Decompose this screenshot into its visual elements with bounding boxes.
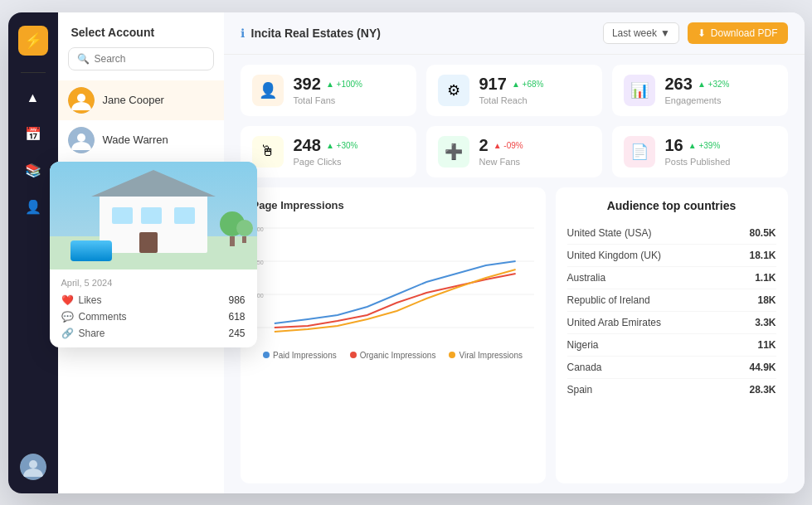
stat-change: ▲ +32% [698,80,730,89]
account-list-item[interactable]: Wade Warren [58,120,224,160]
stat-label: New Fans [479,157,523,167]
stat-icon: ⚙ [438,75,469,106]
stat-card: 📊 263 ▲ +32% Engagements [612,65,788,116]
chart-legend: Paid Impressions Organic Impressions Vir… [252,351,534,360]
chevron-down-icon: ▼ [660,27,670,39]
post-stat-value: 618 [228,311,245,323]
country-title: Audience top countries [567,199,776,212]
country-name: United Arab Emirates [567,317,661,328]
country-row: Spain 28.3K [567,379,776,401]
stats-grid: 👤 392 ▲ +100% Total Fans ⚙ 917 ▲ +68% To… [224,55,805,177]
country-row: United Kingdom (UK) 18.1K [567,245,776,267]
country-row: United State (USA) 80.5K [567,222,776,245]
header-actions: Last week ▼ ⬇ Download PDF [603,22,788,44]
country-value: 28.3K [749,384,776,396]
post-stat-icon: ❤️ [61,294,74,306]
stat-card: 📄 16 ▲ +39% Posts Published [612,126,788,177]
country-name: United Kingdom (UK) [567,250,661,261]
country-row: United Arab Emirates 3.3K [567,312,776,334]
country-card: Audience top countries United State (USA… [556,187,788,483]
sidebar-icon-library[interactable]: 📚 [18,156,48,186]
sidebar-icon-profile[interactable]: 👤 [18,192,48,222]
stat-label: Total Fans [294,95,362,105]
impressions-chart: 700 350 100 [252,220,534,344]
account-avatar [68,127,95,153]
download-pdf-button[interactable]: ⬇ Download PDF [688,22,788,44]
week-label: Last week [612,27,657,39]
main-content: ℹ Incita Real Estates (NY) Last week ▼ ⬇… [224,12,805,493]
account-list-item[interactable]: Jane Cooper [58,80,224,120]
country-value: 44.9K [749,362,776,373]
chart-title: Page Impressions [252,199,534,211]
svg-point-5 [77,134,85,142]
sidebar-icon-navigation[interactable]: ▲ [18,83,48,113]
chart-area: 700 350 100 [252,220,534,344]
post-stat-value: 245 [228,328,245,339]
search-input[interactable] [95,53,205,65]
svg-point-3 [77,94,85,102]
post-stat-row: 🔗 Share 245 [61,328,246,339]
country-name: Canada [567,362,602,373]
legend-dot [449,352,455,358]
stat-value: 392 ▲ +100% [294,75,362,94]
stat-info: 16 ▲ +39% Posts Published [665,136,731,167]
stat-label: Total Reach [479,95,544,105]
account-avatar [68,87,95,114]
stat-label: Page Clicks [294,157,358,167]
search-box[interactable]: 🔍 [68,47,214,70]
legend-dot [350,352,357,358]
country-list: United State (USA) 80.5K United Kingdom … [567,222,776,401]
legend-item: Viral Impressions [449,351,523,360]
stat-info: 248 ▲ +30% Page Clicks [294,136,358,167]
country-name: Spain [567,384,593,396]
stat-change: ▲ -09% [494,141,523,150]
stat-value: 2 ▲ -09% [479,136,523,155]
stat-icon: 📄 [624,136,655,168]
stat-info: 2 ▲ -09% New Fans [479,136,523,167]
svg-rect-31 [230,236,235,246]
country-value: 1.1K [755,272,776,284]
sidebar-logo[interactable]: ⚡ [18,26,48,56]
stat-value: 917 ▲ +68% [479,75,544,94]
stat-card: 👤 392 ▲ +100% Total Fans [241,65,416,116]
svg-rect-28 [139,232,158,253]
post-stat-icon: 🔗 [61,328,74,339]
download-label: Download PDF [711,27,778,39]
sidebar-divider [21,72,46,73]
country-row: Republic of Ireland 18K [567,289,776,312]
sidebar-user-avatar[interactable] [20,454,46,480]
legend-item: Organic Impressions [350,351,436,360]
svg-point-32 [236,220,253,236]
post-image [50,162,257,269]
page-title: Incita Real Estates (NY) [251,27,381,40]
bottom-section: Page Impressions 700 350 100 [224,177,805,493]
stat-info: 392 ▲ +100% Total Fans [294,75,362,105]
sidebar-icon-calendar[interactable]: 📅 [18,119,48,149]
svg-rect-33 [242,236,246,243]
app-container: ⚡ ▲ 📅 📚 👤 Select Account 🔍 [8,12,805,493]
header-title-group: ℹ Incita Real Estates (NY) [241,27,381,40]
stat-value: 248 ▲ +30% [294,136,358,155]
legend-label: Paid Impressions [273,351,337,360]
account-name: Wade Warren [103,134,168,146]
country-row: Canada 44.9K [567,357,776,379]
svg-rect-27 [174,207,195,224]
house-illustration [50,162,257,269]
week-selector[interactable]: Last week ▼ [603,22,679,44]
main-header: ℹ Incita Real Estates (NY) Last week ▼ ⬇… [224,12,805,55]
country-row: Australia 1.1K [567,267,776,289]
stat-change: ▲ +100% [326,80,362,89]
legend-label: Organic Impressions [360,351,436,360]
stat-change: ▲ +30% [326,141,358,150]
post-card: April, 5 2024 ❤️ Likes 986 💬 Comments 61… [50,162,257,347]
country-name: United State (USA) [567,227,652,239]
country-name: Nigeria [567,339,599,351]
account-name: Jane Cooper [103,94,164,106]
svg-point-1 [29,460,37,469]
country-value: 11K [757,339,776,351]
country-value: 18K [757,294,776,306]
country-value: 3.3K [755,317,776,328]
stat-icon: ➕ [438,136,469,168]
post-meta: April, 5 2024 ❤️ Likes 986 💬 Comments 61… [50,269,257,347]
stat-info: 263 ▲ +32% Engagements [665,75,730,105]
